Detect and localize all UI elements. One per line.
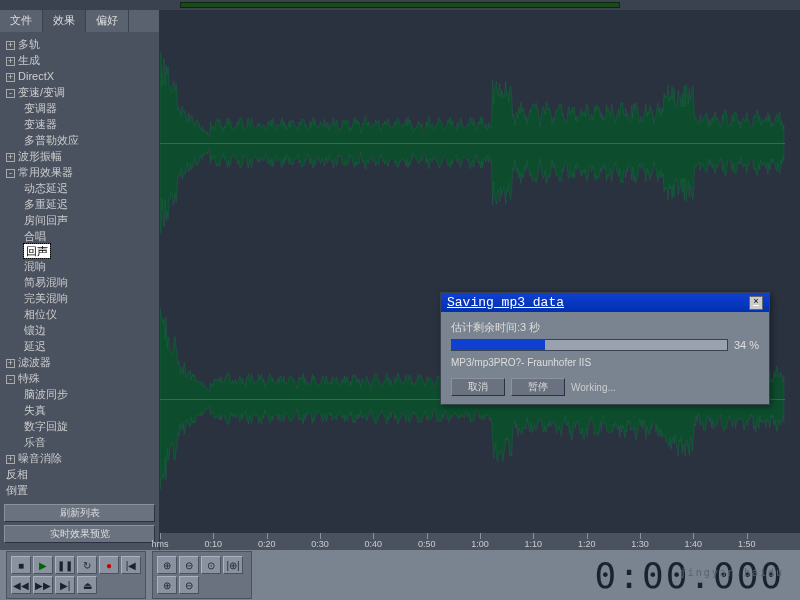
tree-item-label: 数字回旋 [24, 420, 68, 432]
loop-button[interactable]: ↻ [77, 556, 97, 574]
record-button[interactable]: ● [99, 556, 119, 574]
zoom-out-button[interactable]: ⊖ [179, 556, 199, 574]
tree-item-label: 倒置 [6, 484, 28, 496]
tree-item[interactable]: -常用效果器 [2, 164, 157, 180]
tab-effects[interactable]: 效果 [43, 10, 86, 32]
collapse-icon[interactable]: - [6, 89, 15, 98]
tree-item[interactable]: -变速/变调 [2, 84, 157, 100]
goto-end-button[interactable]: ▶| [55, 576, 75, 594]
tree-item[interactable]: +多轨 [2, 36, 157, 52]
tree-item-label: 脑波同步 [24, 388, 68, 400]
expand-icon[interactable]: + [6, 41, 15, 50]
tree-item-label: 变调器 [24, 102, 57, 114]
tree-item[interactable]: 延迟 [2, 338, 157, 354]
ruler-tick-label: 0:10 [205, 539, 223, 549]
progress-bar [451, 339, 728, 351]
tree-item-label: 完美混响 [24, 292, 68, 304]
zoom-out-horizontal-button[interactable]: ⊖ [179, 576, 199, 594]
ruler-tick-label: 1:20 [578, 539, 596, 549]
saving-dialog: Saving mp3 data × 估计剩余时间:3 秒 34 % MP3/mp… [440, 292, 770, 405]
fastforward-button[interactable]: ▶▶ [33, 576, 53, 594]
transport-controls: ■ ▶ ❚❚ ↻ ● |◀ ◀◀ ▶▶ ▶| ⏏ [6, 551, 146, 599]
tree-item-label: 乐音 [24, 436, 46, 448]
tree-item[interactable]: 动态延迟 [2, 180, 157, 196]
ruler-tick-label: 0:40 [365, 539, 383, 549]
tree-item-label: 滤波器 [18, 356, 51, 368]
tree-item[interactable]: +DirectX [2, 68, 157, 84]
ruler-tick-label: 0:50 [418, 539, 436, 549]
collapse-icon[interactable]: - [6, 375, 15, 384]
tree-item[interactable]: +噪音消除 [2, 450, 157, 466]
waveform-area[interactable]: hms0:100:200:300:400:501:001:101:201:301… [160, 10, 800, 550]
zoom-fit-button[interactable]: ⊙ [201, 556, 221, 574]
tree-item[interactable]: 回声 [24, 244, 50, 258]
dialog-title-bar[interactable]: Saving mp3 data × [441, 293, 769, 312]
status-label: Working... [571, 382, 616, 393]
tree-item-label: DirectX [18, 70, 54, 82]
tree-item-label: 房间回声 [24, 214, 68, 226]
ruler-tick-label: hms [151, 539, 168, 549]
tree-item[interactable]: 镶边 [2, 322, 157, 338]
tree-item[interactable]: 乐音 [2, 434, 157, 450]
expand-icon[interactable]: + [6, 57, 15, 66]
tree-item[interactable]: 合唱 [2, 228, 157, 244]
expand-icon[interactable]: + [6, 455, 15, 464]
tree-item[interactable]: 简易混响 [2, 274, 157, 290]
tree-item[interactable]: 多重延迟 [2, 196, 157, 212]
dialog-title: Saving mp3 data [447, 295, 564, 310]
tree-item[interactable]: -特殊 [2, 370, 157, 386]
expand-icon[interactable]: + [6, 359, 15, 368]
tree-item-label: 动态延迟 [24, 182, 68, 194]
effects-sidebar: 文件 效果 偏好 +多轨+生成+DirectX-变速/变调变调器变速器多普勒效应… [0, 10, 160, 550]
expand-icon[interactable]: + [6, 153, 15, 162]
tab-preferences[interactable]: 偏好 [86, 10, 129, 32]
waveform-channel-left[interactable] [160, 20, 785, 265]
watermark: jingyan.baidu [680, 567, 784, 578]
ruler-tick-label: 1:10 [525, 539, 543, 549]
tree-item[interactable]: 倒置 [2, 482, 157, 498]
close-icon[interactable]: × [749, 296, 763, 310]
tree-item-label: 相位仪 [24, 308, 57, 320]
tree-item[interactable]: 混响 [2, 258, 157, 274]
bottom-toolbar: ■ ▶ ❚❚ ↻ ● |◀ ◀◀ ▶▶ ▶| ⏏ ⊕ ⊖ ⊙ |⊕| ⊕ ⊖ 0… [0, 550, 800, 600]
tree-item[interactable]: 变调器 [2, 100, 157, 116]
rewind-button[interactable]: ◀◀ [11, 576, 31, 594]
tree-item[interactable]: 脑波同步 [2, 386, 157, 402]
expand-icon[interactable]: + [6, 73, 15, 82]
tree-item[interactable]: 失真 [2, 402, 157, 418]
pause-saving-button[interactable]: 暂停 [511, 378, 565, 396]
tree-item[interactable]: 房间回声 [2, 212, 157, 228]
tree-item[interactable]: 变速器 [2, 116, 157, 132]
zoom-in-button[interactable]: ⊕ [157, 556, 177, 574]
tree-item[interactable]: 反相 [2, 466, 157, 482]
realtime-preview-button[interactable]: 实时效果预览 [4, 525, 155, 543]
pause-button[interactable]: ❚❚ [55, 556, 75, 574]
tree-item[interactable]: 数字回旋 [2, 418, 157, 434]
tree-item-label: 特殊 [18, 372, 40, 384]
eta-label: 估计剩余时间:3 秒 [451, 320, 759, 335]
time-ruler[interactable]: hms0:100:200:300:400:501:001:101:201:301… [160, 532, 800, 550]
refresh-list-button[interactable]: 刷新列表 [4, 504, 155, 522]
zoom-selection-button[interactable]: |⊕| [223, 556, 243, 574]
stop-button[interactable]: ■ [11, 556, 31, 574]
tree-item[interactable]: 多普勒效应 [2, 132, 157, 148]
ruler-tick-label: 1:40 [685, 539, 703, 549]
tree-item[interactable]: 相位仪 [2, 306, 157, 322]
collapse-icon[interactable]: - [6, 169, 15, 178]
tree-item-label: 多重延迟 [24, 198, 68, 210]
tree-item[interactable]: +滤波器 [2, 354, 157, 370]
eject-button[interactable]: ⏏ [77, 576, 97, 594]
tree-item[interactable]: +波形振幅 [2, 148, 157, 164]
tree-item-label: 简易混响 [24, 276, 68, 288]
tab-file[interactable]: 文件 [0, 10, 43, 32]
tree-item-label: 反相 [6, 468, 28, 480]
tree-item[interactable]: +生成 [2, 52, 157, 68]
top-progress-bar [0, 0, 800, 10]
cancel-button[interactable]: 取消 [451, 378, 505, 396]
sidebar-tabs: 文件 效果 偏好 [0, 10, 159, 32]
goto-begin-button[interactable]: |◀ [121, 556, 141, 574]
tree-item[interactable]: 完美混响 [2, 290, 157, 306]
play-button[interactable]: ▶ [33, 556, 53, 574]
zoom-in-horizontal-button[interactable]: ⊕ [157, 576, 177, 594]
effects-tree[interactable]: +多轨+生成+DirectX-变速/变调变调器变速器多普勒效应+波形振幅-常用效… [0, 32, 159, 500]
